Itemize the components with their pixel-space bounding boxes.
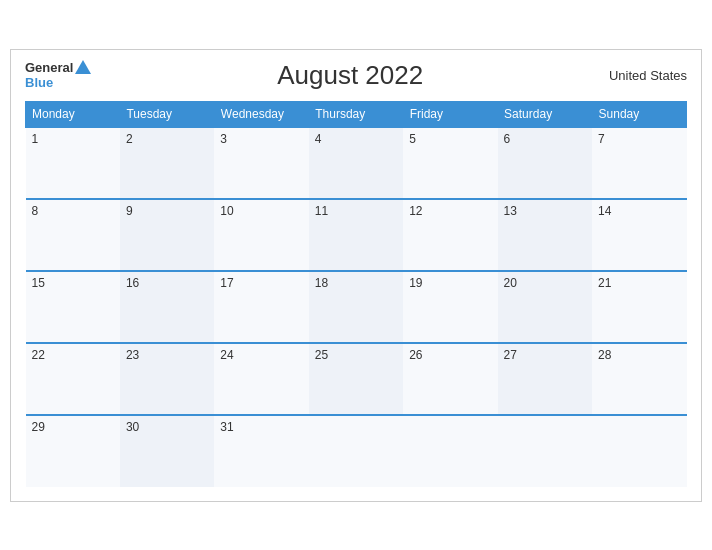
day-number: 8 [32,204,39,218]
calendar-day-cell: 6 [498,127,592,199]
day-number: 24 [220,348,233,362]
col-wednesday: Wednesday [214,101,308,127]
logo-triangle-icon [75,60,91,74]
day-number: 20 [504,276,517,290]
calendar-day-cell [309,415,403,487]
calendar-day-cell: 3 [214,127,308,199]
col-sunday: Sunday [592,101,686,127]
day-number: 13 [504,204,517,218]
day-number: 6 [504,132,511,146]
day-number: 25 [315,348,328,362]
country-label: United States [609,68,687,83]
logo-blue-text: Blue [25,76,53,90]
day-number: 4 [315,132,322,146]
calendar-header: General Blue August 2022 United States [25,60,687,91]
calendar-day-cell: 25 [309,343,403,415]
calendar-day-cell: 31 [214,415,308,487]
day-number: 17 [220,276,233,290]
calendar-day-cell: 24 [214,343,308,415]
calendar-day-cell: 9 [120,199,214,271]
calendar-day-cell: 23 [120,343,214,415]
calendar-grid: Monday Tuesday Wednesday Thursday Friday… [25,101,687,487]
day-number: 21 [598,276,611,290]
calendar-day-cell: 21 [592,271,686,343]
day-number: 28 [598,348,611,362]
calendar-day-cell: 11 [309,199,403,271]
calendar-day-cell: 7 [592,127,686,199]
day-number: 29 [32,420,45,434]
day-number: 22 [32,348,45,362]
calendar-week-row: 15161718192021 [26,271,687,343]
day-number: 1 [32,132,39,146]
calendar-day-cell [498,415,592,487]
calendar-day-cell: 18 [309,271,403,343]
calendar-day-cell [403,415,497,487]
calendar-day-cell: 27 [498,343,592,415]
calendar-week-row: 1234567 [26,127,687,199]
day-number: 18 [315,276,328,290]
day-number: 2 [126,132,133,146]
col-friday: Friday [403,101,497,127]
day-number: 27 [504,348,517,362]
calendar-day-cell: 13 [498,199,592,271]
day-number: 15 [32,276,45,290]
calendar-day-cell: 19 [403,271,497,343]
calendar-header-row: Monday Tuesday Wednesday Thursday Friday… [26,101,687,127]
calendar-week-row: 293031 [26,415,687,487]
calendar-day-cell: 8 [26,199,120,271]
calendar-day-cell: 1 [26,127,120,199]
col-tuesday: Tuesday [120,101,214,127]
day-number: 7 [598,132,605,146]
col-thursday: Thursday [309,101,403,127]
day-number: 30 [126,420,139,434]
calendar-day-cell: 29 [26,415,120,487]
calendar-week-row: 891011121314 [26,199,687,271]
calendar-day-cell: 30 [120,415,214,487]
calendar-week-row: 22232425262728 [26,343,687,415]
col-saturday: Saturday [498,101,592,127]
day-number: 31 [220,420,233,434]
calendar-day-cell: 20 [498,271,592,343]
calendar-day-cell [592,415,686,487]
day-number: 3 [220,132,227,146]
calendar-day-cell: 12 [403,199,497,271]
logo: General Blue [25,60,91,90]
day-number: 23 [126,348,139,362]
day-number: 11 [315,204,328,218]
calendar-day-cell: 15 [26,271,120,343]
day-number: 19 [409,276,422,290]
calendar-body: 1234567891011121314151617181920212223242… [26,127,687,487]
day-number: 9 [126,204,133,218]
calendar-day-cell: 4 [309,127,403,199]
calendar-day-cell: 16 [120,271,214,343]
day-number: 5 [409,132,416,146]
calendar-day-cell: 22 [26,343,120,415]
day-number: 12 [409,204,422,218]
day-number: 16 [126,276,139,290]
day-number: 10 [220,204,233,218]
calendar-day-cell: 2 [120,127,214,199]
logo-general-text: General [25,61,73,75]
calendar-container: General Blue August 2022 United States M… [10,49,702,502]
day-number: 14 [598,204,611,218]
calendar-day-cell: 14 [592,199,686,271]
month-title: August 2022 [277,60,423,91]
col-monday: Monday [26,101,120,127]
calendar-day-cell: 5 [403,127,497,199]
calendar-day-cell: 26 [403,343,497,415]
day-number: 26 [409,348,422,362]
calendar-day-cell: 17 [214,271,308,343]
calendar-day-cell: 10 [214,199,308,271]
calendar-day-cell: 28 [592,343,686,415]
